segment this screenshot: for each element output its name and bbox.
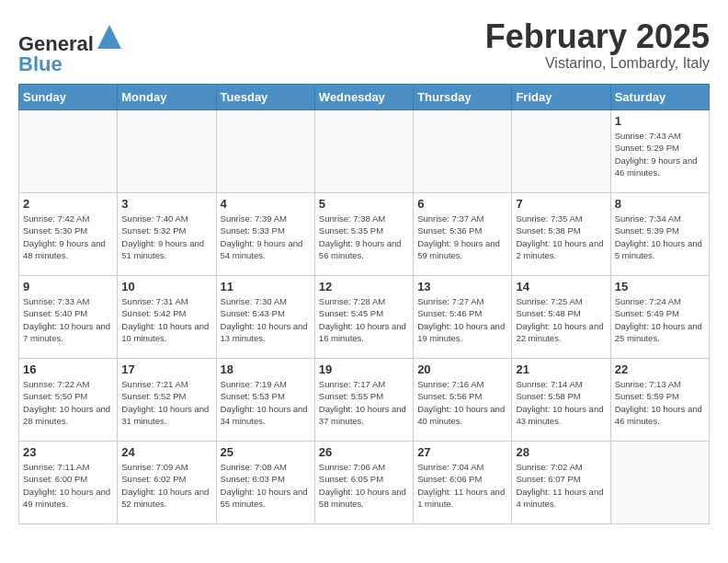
calendar-table: SundayMondayTuesdayWednesdayThursdayFrid…	[18, 84, 710, 524]
day-number: 10	[121, 280, 211, 293]
calendar-cell: 9Sunrise: 7:33 AM Sunset: 5:40 PM Daylig…	[19, 276, 118, 359]
day-header-monday: Monday	[118, 85, 216, 110]
title-area: February 2025 Vistarino, Lombardy, Italy	[485, 18, 710, 72]
day-header-saturday: Saturday	[610, 85, 709, 110]
day-header-thursday: Thursday	[414, 85, 512, 110]
day-header-wednesday: Wednesday	[314, 85, 413, 110]
logo-icon	[96, 23, 123, 51]
day-info: Sunrise: 7:09 AM Sunset: 6:02 PM Dayligh…	[121, 461, 211, 510]
day-info: Sunrise: 7:43 AM Sunset: 5:29 PM Dayligh…	[615, 130, 705, 178]
calendar-cell: 27Sunrise: 7:04 AM Sunset: 6:06 PM Dayli…	[414, 442, 512, 524]
day-info: Sunrise: 7:22 AM Sunset: 5:50 PM Dayligh…	[23, 378, 113, 427]
day-number: 2	[23, 197, 113, 211]
calendar-cell: 10Sunrise: 7:31 AM Sunset: 5:42 PM Dayli…	[118, 276, 216, 359]
day-number: 6	[417, 197, 507, 211]
calendar-cell: 28Sunrise: 7:02 AM Sunset: 6:07 PM Dayli…	[512, 442, 610, 524]
day-info: Sunrise: 7:16 AM Sunset: 5:56 PM Dayligh…	[417, 378, 507, 427]
calendar-cell: 26Sunrise: 7:06 AM Sunset: 6:05 PM Dayli…	[314, 442, 413, 524]
calendar-cell: 5Sunrise: 7:38 AM Sunset: 5:35 PM Daylig…	[314, 193, 413, 276]
day-header-friday: Friday	[512, 85, 610, 110]
day-info: Sunrise: 7:17 AM Sunset: 5:55 PM Dayligh…	[319, 378, 409, 427]
day-number: 16	[23, 362, 113, 376]
day-number: 28	[516, 445, 606, 459]
week-row-2: 2Sunrise: 7:42 AM Sunset: 5:30 PM Daylig…	[19, 193, 710, 276]
day-number: 14	[516, 280, 606, 293]
month-title: February 2025	[485, 18, 710, 55]
calendar-cell: 2Sunrise: 7:42 AM Sunset: 5:30 PM Daylig…	[19, 193, 118, 276]
calendar-cell	[610, 442, 709, 524]
week-row-5: 23Sunrise: 7:11 AM Sunset: 6:00 PM Dayli…	[19, 442, 710, 524]
calendar-cell: 6Sunrise: 7:37 AM Sunset: 5:36 PM Daylig…	[414, 193, 512, 276]
day-number: 8	[615, 197, 705, 211]
calendar-cell: 11Sunrise: 7:30 AM Sunset: 5:43 PM Dayli…	[216, 276, 314, 359]
calendar-cell: 16Sunrise: 7:22 AM Sunset: 5:50 PM Dayli…	[19, 359, 118, 442]
day-number: 24	[121, 445, 211, 459]
day-info: Sunrise: 7:25 AM Sunset: 5:48 PM Dayligh…	[516, 295, 606, 344]
logo: General Blue	[18, 23, 123, 75]
day-info: Sunrise: 7:30 AM Sunset: 5:43 PM Dayligh…	[221, 295, 311, 344]
calendar-cell	[414, 110, 512, 193]
day-number: 22	[615, 362, 705, 376]
day-header-tuesday: Tuesday	[216, 85, 314, 110]
day-number: 13	[417, 280, 507, 293]
day-number: 18	[221, 362, 311, 376]
day-number: 27	[417, 445, 507, 459]
day-info: Sunrise: 7:13 AM Sunset: 5:59 PM Dayligh…	[615, 378, 705, 427]
day-number: 25	[221, 445, 311, 459]
calendar-cell: 12Sunrise: 7:28 AM Sunset: 5:45 PM Dayli…	[314, 276, 413, 359]
day-info: Sunrise: 7:39 AM Sunset: 5:33 PM Dayligh…	[221, 213, 311, 261]
calendar-cell: 25Sunrise: 7:08 AM Sunset: 6:03 PM Dayli…	[216, 442, 314, 524]
calendar-cell: 17Sunrise: 7:21 AM Sunset: 5:52 PM Dayli…	[118, 359, 216, 442]
header-row: SundayMondayTuesdayWednesdayThursdayFrid…	[19, 85, 710, 110]
svg-marker-0	[97, 25, 121, 49]
day-info: Sunrise: 7:04 AM Sunset: 6:06 PM Dayligh…	[417, 461, 507, 510]
day-info: Sunrise: 7:34 AM Sunset: 5:39 PM Dayligh…	[615, 213, 705, 261]
calendar-cell: 15Sunrise: 7:24 AM Sunset: 5:49 PM Dayli…	[610, 276, 709, 359]
calendar-cell: 3Sunrise: 7:40 AM Sunset: 5:32 PM Daylig…	[118, 193, 216, 276]
day-number: 12	[319, 280, 409, 293]
day-info: Sunrise: 7:24 AM Sunset: 5:49 PM Dayligh…	[615, 295, 705, 344]
week-row-1: 1Sunrise: 7:43 AM Sunset: 5:29 PM Daylig…	[19, 110, 710, 193]
calendar-cell: 1Sunrise: 7:43 AM Sunset: 5:29 PM Daylig…	[610, 110, 709, 193]
day-info: Sunrise: 7:42 AM Sunset: 5:30 PM Dayligh…	[23, 213, 113, 261]
week-row-4: 16Sunrise: 7:22 AM Sunset: 5:50 PM Dayli…	[19, 359, 710, 442]
day-info: Sunrise: 7:11 AM Sunset: 6:00 PM Dayligh…	[23, 461, 113, 510]
calendar-cell	[216, 110, 314, 193]
day-number: 7	[516, 197, 606, 211]
calendar-cell: 14Sunrise: 7:25 AM Sunset: 5:48 PM Dayli…	[512, 276, 610, 359]
day-info: Sunrise: 7:02 AM Sunset: 6:07 PM Dayligh…	[516, 461, 606, 510]
day-number: 4	[221, 197, 311, 211]
day-number: 23	[23, 445, 113, 459]
day-info: Sunrise: 7:38 AM Sunset: 5:35 PM Dayligh…	[319, 213, 409, 261]
day-info: Sunrise: 7:37 AM Sunset: 5:36 PM Dayligh…	[417, 213, 507, 261]
day-info: Sunrise: 7:21 AM Sunset: 5:52 PM Dayligh…	[121, 378, 211, 427]
calendar-cell: 20Sunrise: 7:16 AM Sunset: 5:56 PM Dayli…	[414, 359, 512, 442]
day-number: 1	[615, 114, 705, 128]
page-header: General Blue February 2025 Vistarino, Lo…	[18, 18, 710, 75]
day-info: Sunrise: 7:35 AM Sunset: 5:38 PM Dayligh…	[516, 213, 606, 261]
day-info: Sunrise: 7:40 AM Sunset: 5:32 PM Dayligh…	[121, 213, 211, 261]
calendar-cell	[314, 110, 413, 193]
day-info: Sunrise: 7:06 AM Sunset: 6:05 PM Dayligh…	[319, 461, 409, 510]
day-info: Sunrise: 7:27 AM Sunset: 5:46 PM Dayligh…	[417, 295, 507, 344]
calendar-cell: 4Sunrise: 7:39 AM Sunset: 5:33 PM Daylig…	[216, 193, 314, 276]
day-info: Sunrise: 7:08 AM Sunset: 6:03 PM Dayligh…	[221, 461, 311, 510]
day-number: 15	[615, 280, 705, 293]
calendar-cell: 22Sunrise: 7:13 AM Sunset: 5:59 PM Dayli…	[610, 359, 709, 442]
day-number: 11	[221, 280, 311, 293]
calendar-cell: 8Sunrise: 7:34 AM Sunset: 5:39 PM Daylig…	[610, 193, 709, 276]
logo-blue: Blue	[18, 52, 63, 75]
calendar-cell	[512, 110, 610, 193]
day-info: Sunrise: 7:28 AM Sunset: 5:45 PM Dayligh…	[319, 295, 409, 344]
calendar-cell: 19Sunrise: 7:17 AM Sunset: 5:55 PM Dayli…	[314, 359, 413, 442]
day-number: 9	[23, 280, 113, 293]
day-number: 21	[516, 362, 606, 376]
day-info: Sunrise: 7:14 AM Sunset: 5:58 PM Dayligh…	[516, 378, 606, 427]
day-number: 5	[319, 197, 409, 211]
day-number: 26	[319, 445, 409, 459]
day-info: Sunrise: 7:33 AM Sunset: 5:40 PM Dayligh…	[23, 295, 113, 344]
day-info: Sunrise: 7:19 AM Sunset: 5:53 PM Dayligh…	[221, 378, 311, 427]
day-info: Sunrise: 7:31 AM Sunset: 5:42 PM Dayligh…	[121, 295, 211, 344]
calendar-cell	[19, 110, 118, 193]
day-header-sunday: Sunday	[19, 85, 118, 110]
